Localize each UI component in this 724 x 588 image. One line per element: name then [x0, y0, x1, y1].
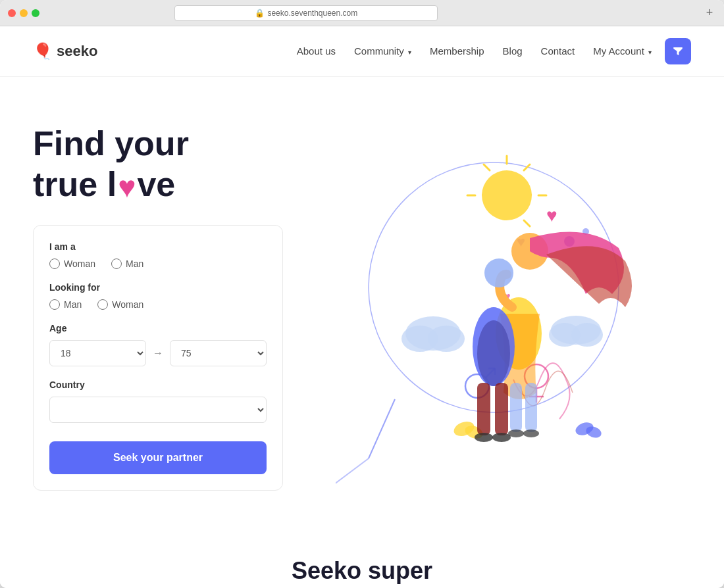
plus-icon: +	[706, 6, 713, 20]
looking-for-radio-group: Man Woman	[49, 299, 267, 310]
country-label: Country	[49, 380, 267, 390]
nav-item-community[interactable]: Community ▾	[354, 45, 411, 57]
age-row: 18 19 20 21 25 30 → 70 7	[49, 340, 267, 366]
age-arrow-icon: →	[153, 347, 163, 359]
hero-right: ♥ ♥ ♥	[309, 103, 691, 524]
svg-line-1	[369, 399, 395, 458]
nav-links: About us Community ▾ Membership Blog	[297, 45, 652, 57]
chevron-down-icon-2: ▾	[648, 49, 652, 56]
close-button[interactable]	[8, 9, 16, 17]
looking-for-label: Looking for	[49, 282, 267, 293]
country-group: Country United States United Kingdom Can…	[49, 380, 267, 423]
hero-section: Find your true l♥ve I am a Woman	[0, 77, 724, 537]
browser-window: 🔒 seeko.seventhqueen.com + 🎈 seeko About…	[0, 0, 724, 588]
svg-text:♥: ♥	[546, 205, 557, 226]
nav-link-membership[interactable]: Membership	[430, 45, 484, 57]
i-am-a-group: I am a Woman Man	[49, 241, 267, 269]
nav-item-account[interactable]: My Account ▾	[593, 45, 652, 57]
i-am-woman-label[interactable]: Woman	[64, 258, 95, 269]
svg-point-43	[508, 429, 524, 437]
svg-point-40	[492, 433, 511, 442]
looking-woman-label[interactable]: Woman	[112, 299, 143, 310]
looking-man-radio[interactable]	[49, 299, 60, 310]
heart-icon: ♥	[118, 169, 136, 205]
country-select[interactable]: United States United Kingdom Canada Aust…	[49, 397, 267, 423]
new-tab-button[interactable]: +	[703, 7, 716, 20]
svg-point-44	[523, 429, 539, 437]
teaser-text: Seeko super	[292, 557, 432, 584]
svg-point-3	[482, 170, 532, 220]
age-label: Age	[49, 323, 267, 333]
age-group: Age 18 19 20 21 25 30 →	[49, 323, 267, 366]
logo-text: seeko	[57, 43, 97, 60]
browser-content: 🎈 seeko About us Community ▾ Membershi	[0, 26, 724, 588]
minimize-button[interactable]	[20, 9, 28, 17]
i-am-a-radio-group: Woman Man	[49, 258, 267, 269]
age-to-select[interactable]: 70 72 75 80	[170, 340, 267, 366]
nav-link-blog[interactable]: Blog	[503, 45, 523, 57]
nav-link-community[interactable]: Community ▾	[354, 45, 411, 57]
svg-rect-42	[525, 383, 537, 432]
svg-line-2	[336, 458, 369, 498]
nav-link-about[interactable]: About us	[297, 45, 336, 57]
i-am-woman-option[interactable]: Woman	[49, 258, 95, 269]
looking-woman-option[interactable]: Woman	[97, 299, 143, 310]
browser-titlebar: 🔒 seeko.seventhqueen.com +	[0, 0, 724, 26]
nav-link-contact[interactable]: Contact	[541, 45, 575, 57]
lock-icon: 🔒	[255, 9, 265, 18]
filter-icon	[672, 45, 684, 57]
svg-point-39	[475, 433, 493, 442]
chevron-down-icon: ▾	[408, 49, 411, 56]
url-text: seeko.seventhqueen.com	[267, 9, 357, 18]
maximize-button[interactable]	[32, 9, 39, 17]
nav-link-account[interactable]: My Account ▾	[593, 45, 652, 57]
i-am-woman-radio[interactable]	[49, 258, 60, 269]
bottom-teaser: Seeko super	[0, 537, 724, 588]
looking-woman-radio[interactable]	[97, 299, 108, 310]
svg-line-8	[484, 164, 490, 170]
svg-point-15	[571, 323, 603, 347]
looking-man-option[interactable]: Man	[49, 299, 82, 310]
age-from-select[interactable]: 18 19 20 21 25 30	[49, 340, 146, 366]
nav-action-button[interactable]	[665, 38, 691, 64]
website: 🎈 seeko About us Community ▾ Membershi	[0, 26, 724, 588]
navbar: 🎈 seeko About us Community ▾ Membershi	[0, 26, 724, 77]
url-bar[interactable]: 🔒 seeko.seventhqueen.com	[174, 5, 438, 21]
svg-point-12	[428, 326, 465, 352]
i-am-man-radio[interactable]	[111, 258, 122, 269]
i-am-a-label: I am a	[49, 241, 267, 252]
svg-rect-37	[477, 383, 490, 435]
svg-line-7	[524, 220, 530, 226]
hero-illustration: ♥ ♥ ♥	[336, 130, 665, 498]
i-am-man-option[interactable]: Man	[111, 258, 143, 269]
nav-item-membership[interactable]: Membership	[430, 45, 484, 57]
hero-left: Find your true l♥ve I am a Woman	[33, 103, 309, 524]
title-line1: Find your	[33, 124, 189, 162]
svg-rect-41	[510, 383, 522, 432]
logo[interactable]: 🎈 seeko	[33, 42, 97, 61]
svg-rect-38	[495, 383, 508, 435]
traffic-lights	[8, 9, 39, 17]
seek-partner-button[interactable]: Seek your partner	[49, 441, 267, 474]
search-form: I am a Woman Man	[33, 225, 283, 491]
hero-title: Find your true l♥ve	[33, 123, 309, 205]
svg-point-36	[477, 320, 510, 386]
svg-point-34	[484, 258, 513, 287]
nav-item-contact[interactable]: Contact	[541, 45, 575, 57]
i-am-man-label[interactable]: Man	[126, 258, 143, 269]
nav-item-blog[interactable]: Blog	[503, 45, 523, 57]
looking-for-group: Looking for Man Woman	[49, 282, 267, 310]
illustration-container: ♥ ♥ ♥	[336, 130, 665, 498]
looking-man-label[interactable]: Man	[64, 299, 82, 310]
nav-item-about[interactable]: About us	[297, 45, 336, 57]
title-line2: true l♥ve	[33, 165, 175, 203]
logo-icon: 🎈	[33, 42, 53, 61]
